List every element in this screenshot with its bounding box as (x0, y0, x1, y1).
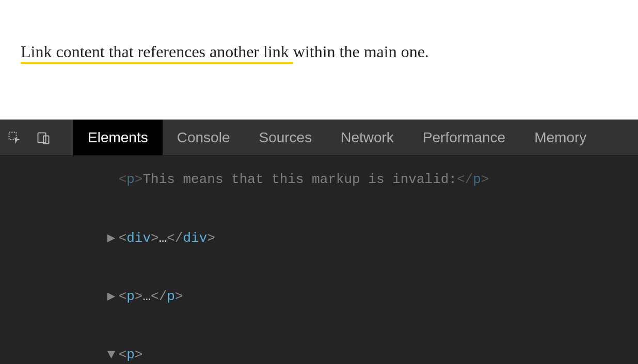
preview-link-2-text: another link (210, 42, 293, 61)
device-icon (36, 130, 51, 145)
rendered-page-preview: Link content that references another lin… (0, 0, 638, 120)
devtools-tabbar: Elements Console Sources Network Perform… (0, 120, 638, 156)
tab-console[interactable]: Console (163, 120, 245, 155)
collapse-toggle-icon[interactable]: ▼ (105, 345, 118, 364)
dom-node-p-collapsed[interactable]: ▶<p>…</p> (0, 267, 638, 325)
preview-link-1[interactable]: Link content that references another lin… (21, 42, 293, 64)
tab-network[interactable]: Network (326, 120, 408, 155)
tab-sources[interactable]: Sources (244, 120, 326, 155)
preview-rest-text: within the main one. (293, 42, 429, 61)
expand-toggle-icon[interactable]: ▶ (105, 229, 118, 247)
dom-node-p-prev[interactable]: <p>This means that this markup is invali… (0, 156, 638, 209)
devtools-panel: Elements Console Sources Network Perform… (0, 120, 638, 364)
tab-memory[interactable]: Memory (520, 120, 601, 155)
inspect-icon (7, 130, 22, 145)
tab-elements[interactable]: Elements (73, 120, 163, 155)
svg-rect-1 (38, 133, 46, 142)
preview-link-1-text: Link content that references (21, 42, 210, 61)
expand-toggle-icon[interactable]: ▶ (105, 287, 118, 306)
dom-node-div-collapsed[interactable]: ▶<div>…</div> (0, 209, 638, 267)
elements-tree[interactable]: <p>This means that this markup is invali… (0, 156, 638, 364)
device-toolbar-button[interactable] (29, 120, 58, 155)
preview-paragraph: Link content that references another lin… (21, 41, 617, 63)
inspect-element-button[interactable] (0, 120, 29, 155)
tab-performance[interactable]: Performance (408, 120, 520, 155)
dom-node-p-expanded[interactable]: ▼<p> (0, 326, 638, 364)
